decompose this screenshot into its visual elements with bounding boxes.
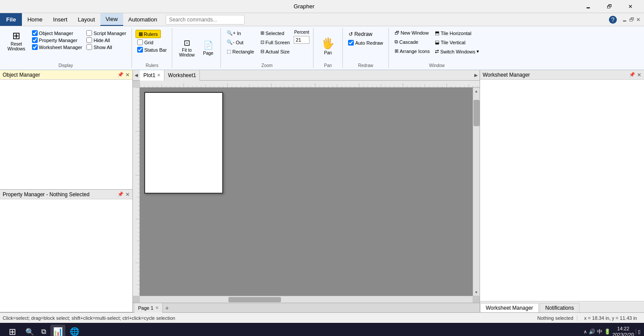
- minimize-button[interactable]: 🗕: [578, 0, 598, 13]
- taskbar-chevron-icon[interactable]: ∧: [584, 329, 587, 335]
- worksheet1-tab[interactable]: Worksheet1: [164, 70, 200, 81]
- start-button[interactable]: ⊞: [4, 323, 21, 336]
- plot1-tab-close[interactable]: ✕: [157, 73, 160, 78]
- redraw-group: ↺ Redraw Auto Redraw Redraw: [343, 28, 389, 68]
- app-title: Grapher: [30, 3, 578, 10]
- grid-check[interactable]: [137, 39, 143, 45]
- insert-menu-item[interactable]: Insert: [48, 13, 73, 26]
- tile-vertical-label: Tile Vertical: [441, 40, 465, 45]
- tab-right-arrow[interactable]: ▶: [473, 70, 480, 81]
- object-manager-check[interactable]: [32, 30, 38, 36]
- tile-vertical-button[interactable]: ⬓ Tile Vertical: [433, 38, 481, 46]
- object-manager-close[interactable]: ✕: [125, 72, 130, 78]
- property-manager-checkbox[interactable]: Property Manager: [30, 37, 84, 43]
- taskbar-clock[interactable]: 14:22 2023/2/20: [612, 325, 634, 336]
- ruler-left-svg: [133, 88, 140, 296]
- tile-horizontal-button[interactable]: ⬒ Tile Horizontal: [433, 29, 481, 37]
- reset-windows-button[interactable]: ⊞ ResetWindows: [4, 28, 29, 53]
- zoom-group: 🔍+ In 🔍- Out ⬚ Rectangle ⊞ Selected: [221, 28, 313, 68]
- hide-all-checkbox[interactable]: Hide All: [85, 37, 128, 43]
- worksheet-manager-tab[interactable]: Worksheet Manager: [480, 303, 539, 312]
- grapher-taskbar-button[interactable]: 📊: [50, 325, 65, 336]
- redraw-button[interactable]: ↺ Redraw: [346, 30, 374, 39]
- rulers-button[interactable]: ▦ Rulers: [135, 30, 161, 38]
- ribbon: ⊞ ResetWindows Object Manager Property M…: [0, 26, 644, 70]
- grid-checkbox[interactable]: Grid: [135, 39, 155, 46]
- worksheet-manager-check[interactable]: [32, 44, 38, 50]
- notifications-tab-label: Notifications: [545, 305, 574, 311]
- file-menu-button[interactable]: File: [0, 13, 22, 26]
- page-button[interactable]: 📄 Page: [199, 39, 217, 57]
- switch-windows-button[interactable]: ⇄ Switch Windows ▾: [433, 47, 481, 56]
- help-icon: ?: [609, 16, 617, 24]
- worksheet-manager-checkbox[interactable]: Worksheet Manager: [30, 44, 84, 50]
- new-window-button[interactable]: 🗗 New Window: [392, 29, 432, 37]
- script-manager-checkbox[interactable]: Script Manager: [85, 30, 128, 36]
- automation-menu-item[interactable]: Automation: [123, 13, 163, 26]
- rulers-group-label: Rulers: [146, 62, 158, 68]
- object-manager-pin[interactable]: 📌: [117, 72, 124, 78]
- redraw-label: Redraw: [354, 31, 372, 37]
- scroll-thumb-horizontal[interactable]: [228, 297, 281, 302]
- property-manager-check[interactable]: [32, 37, 38, 43]
- auto-redraw-check[interactable]: [348, 40, 354, 46]
- scroll-thumb-vertical[interactable]: [473, 100, 480, 126]
- add-page-button[interactable]: +: [163, 304, 171, 311]
- hide-all-check[interactable]: [86, 37, 92, 43]
- full-screen-button[interactable]: ⊡ Full Screen: [258, 38, 292, 46]
- fit-to-window-button[interactable]: ⊡ Fit toWindow: [176, 38, 198, 59]
- zoom-out-button[interactable]: 🔍- Out: [224, 38, 256, 46]
- script-manager-check[interactable]: [86, 30, 92, 36]
- status-bar-checkbox[interactable]: Status Bar: [135, 46, 168, 53]
- zoom-selected-button[interactable]: ⊞ Selected: [258, 29, 292, 37]
- arrange-icons-button[interactable]: ⊞ Arrange Icons: [392, 47, 432, 55]
- status-left-text: Click=select; drag=block select; shift+c…: [0, 315, 534, 321]
- zoom-rectangle-icon: ⬚: [227, 49, 231, 54]
- show-all-check[interactable]: [86, 44, 92, 50]
- scroll-up-arrow[interactable]: ▲: [473, 88, 480, 95]
- worksheet-manager-close[interactable]: ✕: [637, 72, 641, 78]
- close-button[interactable]: ✕: [620, 0, 640, 13]
- layout-menu-item[interactable]: Layout: [73, 13, 100, 26]
- task-view-button[interactable]: ⧉: [39, 325, 49, 336]
- browser-icon: 🌐: [70, 327, 79, 336]
- zoom-percent-input[interactable]: [294, 36, 310, 44]
- auto-redraw-checkbox[interactable]: Auto Redraw: [346, 39, 385, 46]
- page1-tab[interactable]: Page 1 ✕: [135, 303, 163, 313]
- canvas-content[interactable]: [140, 88, 473, 296]
- scroll-down-arrow[interactable]: ▼: [473, 289, 480, 296]
- start-icon: ⊞: [9, 326, 16, 336]
- property-manager-pin[interactable]: 📌: [117, 191, 124, 197]
- tab-left-arrow[interactable]: ◀: [133, 70, 140, 81]
- actual-size-button[interactable]: ⊟ Actual Size: [258, 47, 292, 56]
- cascade-button[interactable]: ⧉ Cascade: [392, 38, 432, 46]
- pan-button[interactable]: 🖐 Pan: [317, 36, 339, 57]
- restore-button[interactable]: 🗗: [599, 0, 619, 13]
- ruler-left: [133, 88, 140, 296]
- home-menu-item[interactable]: Home: [22, 13, 48, 26]
- taskbar-ime-icon: 中: [597, 328, 602, 336]
- left-panels: Object Manager 📌 ✕ Property Manager - No…: [0, 70, 133, 312]
- show-all-checkbox[interactable]: Show All: [85, 44, 128, 50]
- switch-windows-arrow: ▾: [477, 49, 479, 54]
- object-manager-checkbox[interactable]: Object Manager: [30, 30, 84, 36]
- redraw-group-label: Redraw: [358, 62, 373, 68]
- vertical-scrollbar[interactable]: ▲ ▼: [473, 88, 480, 296]
- show-desktop-button[interactable]: ▯: [636, 329, 640, 335]
- plot1-tab[interactable]: Plot1 ✕: [140, 70, 164, 81]
- zoom-rectangle-button[interactable]: ⬚ Rectangle: [224, 47, 256, 56]
- search-input[interactable]: [166, 15, 245, 25]
- worksheet-manager-pin[interactable]: 📌: [629, 72, 635, 78]
- worksheet-manager-content: [480, 80, 644, 301]
- status-bar-check[interactable]: [137, 47, 143, 53]
- window-group-label: Window: [429, 62, 445, 68]
- horizontal-scrollbar[interactable]: [140, 296, 473, 303]
- notifications-tab[interactable]: Notifications: [540, 303, 580, 312]
- property-manager-close[interactable]: ✕: [125, 191, 130, 198]
- browser-taskbar-button[interactable]: 🌐: [67, 325, 82, 336]
- search-taskbar-button[interactable]: 🔍: [23, 325, 37, 336]
- page1-tab-close[interactable]: ✕: [155, 305, 159, 310]
- view-menu-item[interactable]: View: [100, 13, 123, 26]
- zoom-in-button[interactable]: 🔍+ In: [224, 29, 256, 37]
- grapher-app-icon: 📊: [53, 327, 63, 336]
